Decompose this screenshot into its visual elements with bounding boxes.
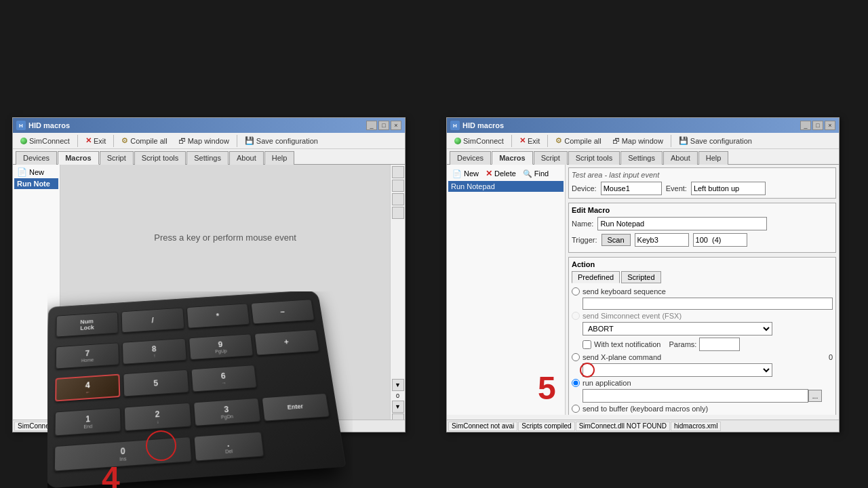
key-dot[interactable]: .Del [194,432,264,462]
name-input[interactable] [597,217,767,230]
right-tab-settings[interactable]: Settings [620,151,663,165]
right-close-btn[interactable]: × [825,121,835,130]
right-window-icon: H [450,121,460,130]
right-new-icon: 📄 [452,169,462,178]
key-4[interactable]: 4 ← [55,374,120,402]
params-input[interactable] [699,338,740,351]
right-new-btn[interactable]: 📄 New [450,167,481,180]
run-app-label: run application [583,379,631,387]
left-tab-settings[interactable]: Settings [186,151,229,165]
right-macro-item[interactable]: Run Notepad [448,181,564,192]
key-3[interactable]: 3PgDn [193,398,261,426]
left-window-icon: H [16,121,26,130]
key-divide[interactable]: / [121,308,184,333]
left-tab-script[interactable]: Script [100,151,134,165]
right-tab-devices[interactable]: Devices [450,151,491,165]
rsep1 [511,135,512,147]
edit-macro-title: Edit Macro [572,206,833,214]
annotation-circle-4 [146,430,176,461]
right-tab-script[interactable]: Script [534,151,568,165]
key-enter[interactable]: Enter [261,393,330,422]
sep1 [77,135,78,147]
simconnect-label: send Simconnect event (FSX) [583,312,682,320]
annotation-5: 5 [538,369,556,407]
radio-simconnect-input[interactable] [572,312,580,320]
device-input[interactable] [601,182,662,195]
map-icon: 🗗 [178,137,186,145]
simconnect-select[interactable]: ABORT [583,322,772,336]
left-simconnect-btn[interactable]: SimConnect [16,135,75,147]
name-row: Name: [572,217,833,230]
left-new-btn[interactable]: 📄 New [14,166,47,178]
right-save-btn[interactable]: 💾 Save configuration [674,134,757,147]
left-minimize-btn[interactable]: _ [366,121,377,130]
radio-run-app-input[interactable] [572,379,580,387]
left-right-sidebar: ▼ 0 ▼ ... [390,165,405,427]
sidebar-check-3[interactable] [392,193,404,205]
right-tab-macros[interactable]: Macros [492,151,533,165]
key-5[interactable]: 5 [123,369,189,397]
radio-buffer-input[interactable] [572,405,580,413]
radio-xplane-input[interactable] [572,353,580,361]
left-tab-scripttools[interactable]: Script tools [134,151,186,165]
key-numlock[interactable]: NumLock [56,312,119,338]
scan-btn[interactable]: Scan [601,234,631,246]
left-maximize-btn[interactable]: □ [378,121,389,130]
run-app-input[interactable] [583,389,808,403]
key-plus[interactable]: + [254,329,320,356]
sidebar-check-2[interactable] [392,180,404,192]
sidebar-check-4[interactable] [392,207,404,219]
left-macro-item[interactable]: Run Note [14,178,58,189]
key-minus[interactable]: − [250,299,315,324]
right-minimize-btn[interactable]: _ [800,121,811,130]
key-7[interactable]: 7Home [56,342,119,369]
right-main-panel: Test area - last input event Device: Eve… [566,165,839,415]
text-notification-cb[interactable] [583,340,591,349]
scroll-up-btn[interactable]: ▼ [392,401,404,413]
left-tab-bar: Devices Macros Script Script tools Setti… [13,149,405,165]
xplane-counter: 0 [829,353,833,361]
trigger-field[interactable] [635,233,689,247]
left-tab-macros[interactable]: Macros [58,151,99,165]
left-tab-about[interactable]: About [229,151,264,165]
test-area-title: Test area - last input event [572,171,833,179]
browse-btn[interactable]: ... [808,390,822,402]
right-map-btn[interactable]: 🗗 Map window [608,135,668,147]
radio-buffer: send to buffer (keyboard macros only) [572,405,833,413]
right-maximize-btn[interactable]: □ [812,121,823,130]
left-save-btn[interactable]: 💾 Save configuration [240,134,323,147]
right-simconnect-btn[interactable]: SimConnect [450,135,509,147]
right-tab-scripttools[interactable]: Script tools [568,151,620,165]
keyboard-text-input[interactable] [583,298,833,310]
key-9[interactable]: 9PgUp [189,333,254,360]
action-tab-predefined[interactable]: Predefined [572,271,620,283]
left-exit-btn[interactable]: ✕ Exit [81,134,111,147]
left-tab-help[interactable]: Help [264,151,295,165]
scroll-down-btn[interactable]: ▼ [392,379,404,391]
right-compile-btn[interactable]: ⚙ Compile all [551,134,606,147]
right-exit-btn[interactable]: ✕ Exit [515,134,545,147]
left-tab-devices[interactable]: Devices [16,151,57,165]
xplane-select[interactable] [583,363,772,377]
event-input[interactable] [691,182,766,195]
right-exit-icon: ✕ [519,136,526,145]
key-1[interactable]: 1End [55,407,121,436]
key-8[interactable]: 8↑ [122,338,186,364]
right-tab-help[interactable]: Help [698,151,729,165]
left-compile-btn[interactable]: ⚙ Compile all [117,134,172,147]
right-tab-about[interactable]: About [663,151,698,165]
key-6[interactable]: 6→ [191,365,257,392]
key-multiply[interactable]: * [186,303,250,328]
right-find-btn[interactable]: 🔍 Find [520,167,551,180]
key-2[interactable]: 2↓ [124,403,191,431]
left-map-btn[interactable]: 🗗 Map window [174,135,234,147]
right-find-label: Find [534,169,549,178]
left-close-btn[interactable]: × [391,121,401,130]
action-tab-scripted[interactable]: Scripted [621,271,660,283]
trigger-code[interactable] [693,233,747,247]
test-area: Test area - last input event Device: Eve… [568,167,836,199]
action-area: Action Predefined Scripted send keyboard… [568,257,836,415]
radio-keyboard-input[interactable] [572,287,580,296]
right-delete-btn[interactable]: ✕ Delete [483,167,519,180]
sidebar-check-1[interactable] [392,166,404,178]
